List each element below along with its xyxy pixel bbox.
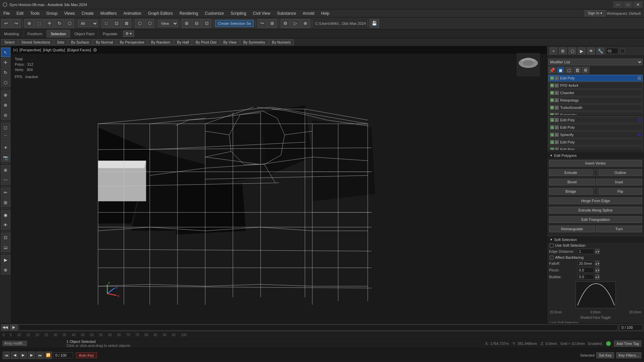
menu-rendering[interactable]: Rendering	[176, 9, 201, 17]
set-key-btn[interactable]: Set Key	[596, 352, 614, 358]
falloff-spinner[interactable]: ▲▼	[595, 261, 599, 266]
material-editor-button[interactable]: ⊕	[301, 19, 310, 28]
unlink-button[interactable]: ⬡	[145, 19, 154, 28]
create-selection-button[interactable]: Create Selection Se	[215, 20, 254, 27]
autokey-button[interactable]: Auto Key	[76, 352, 97, 358]
create-geo-tool[interactable]: ◻	[1, 123, 10, 132]
anim-time-display[interactable]: 0 / 100	[53, 352, 73, 358]
by-surface-btn[interactable]: By Surface	[68, 39, 92, 45]
soft-selection-title[interactable]: ▼ Soft Selection	[547, 237, 644, 243]
extrude-btn[interactable]: Extrude	[549, 169, 593, 176]
stored-selections-btn[interactable]: Stored Selections	[18, 39, 53, 45]
tl-prev-btn[interactable]: ◀◀	[1, 324, 9, 330]
helpers-tool[interactable]: ⊕	[1, 165, 10, 175]
mod-item-edit-poly-1[interactable]: 👁 ▷ Edit Poly	[548, 75, 643, 81]
mod-vis-icon-chamfer[interactable]: 👁	[550, 91, 554, 95]
turn-btn[interactable]: Turn	[596, 226, 642, 232]
tab-modeling[interactable]: Modeling	[0, 29, 23, 38]
soft-sel-graph[interactable]	[576, 282, 616, 308]
add-time-tag-btn[interactable]: Add Time Tag	[614, 341, 641, 347]
rp-create-icon[interactable]: +	[550, 48, 557, 54]
color-swatch-id[interactable]	[620, 49, 625, 53]
menu-group[interactable]: Group	[43, 9, 61, 17]
mod-expand-icon-ts[interactable]: ▷	[555, 106, 559, 110]
outline-btn[interactable]: Outline	[599, 169, 642, 176]
tab-populate[interactable]: Populate	[99, 29, 121, 38]
render-button[interactable]: ▷	[291, 19, 300, 28]
mod-expand-icon-retopo[interactable]: ▷	[555, 98, 559, 102]
mirror-button[interactable]: ⊞	[182, 19, 191, 28]
view-dropdown[interactable]: View	[158, 20, 178, 27]
mod-expand-icon-chamfer[interactable]: ▷	[555, 91, 559, 95]
timeline-bar[interactable]	[19, 324, 618, 330]
menu-file[interactable]: File	[0, 9, 13, 17]
select-btn[interactable]: Select	[1, 39, 18, 45]
menu-animation[interactable]: Animation	[120, 9, 145, 17]
time-input[interactable]: 0 / 100	[619, 324, 643, 330]
menu-tools[interactable]: Tools	[27, 9, 43, 17]
rp-display-icon[interactable]: 👁	[587, 48, 595, 54]
sub-vis-3[interactable]: ●	[550, 140, 554, 144]
rotate-button[interactable]: ↻	[55, 19, 64, 28]
create-camera-tool[interactable]: 📷	[1, 153, 10, 162]
save-button[interactable]: 💾	[370, 19, 379, 28]
rp-utils-icon[interactable]: 🔧	[597, 48, 604, 54]
rp-motion-icon[interactable]: ▶	[578, 48, 585, 54]
tab-freeform[interactable]: Freeform	[23, 29, 47, 38]
sets-btn[interactable]: Sets	[54, 39, 67, 45]
menu-edit[interactable]: Edit	[13, 9, 27, 17]
extrude-settings-icon[interactable]	[594, 169, 598, 176]
show-result-btn[interactable]: ◼	[557, 67, 564, 73]
sub-expand-sph[interactable]: ▷	[555, 133, 559, 137]
spacewarps-tool[interactable]: 〰	[1, 175, 10, 185]
redo-button[interactable]: ↪	[11, 19, 21, 28]
viewport-compass[interactable]	[517, 53, 540, 76]
rp-hierarchy-icon[interactable]: ⬡	[569, 48, 576, 54]
anim-next-key-btn[interactable]: ▶	[28, 352, 35, 359]
maximize-button[interactable]: □	[623, 1, 633, 8]
by-pivot-btn[interactable]: By Pivot Dist	[193, 39, 219, 45]
tl-play-btn[interactable]: ▶	[10, 324, 17, 330]
hide-tool[interactable]: 👁	[1, 220, 10, 230]
anim-play-btn[interactable]: ▶	[19, 352, 27, 359]
falloff-input[interactable]: 20.0mm	[577, 261, 594, 266]
sub-mod-3[interactable]: ● ▷ Edit Poly	[548, 139, 643, 145]
select-tool[interactable]: ↖	[1, 48, 10, 57]
mod-vis-icon-retopo[interactable]: 👁	[550, 98, 554, 102]
scale-button[interactable]: ⬡	[65, 19, 74, 28]
move-tool[interactable]: ✛	[1, 58, 10, 67]
rp-modify-icon[interactable]: ⚙	[559, 48, 567, 54]
delete-mod-btn[interactable]: 🗑	[574, 67, 581, 73]
viewport[interactable]: [+] [Perspective] [High Quality] [Edged …	[11, 46, 547, 323]
mod-item-ffd[interactable]: 👁 ▷ FFD 4x4x4	[548, 82, 643, 89]
undo-button[interactable]: ↩	[1, 19, 11, 28]
move-button[interactable]: ✛	[45, 19, 54, 28]
menu-views[interactable]: Views	[61, 9, 78, 17]
create-shape-tool[interactable]: ⌒	[1, 133, 10, 142]
sub-expand-2[interactable]: ▷	[555, 125, 559, 129]
anim-tool-2[interactable]: ⊕	[1, 265, 10, 275]
inset-btn[interactable]: Inset	[596, 179, 642, 185]
by-normal-btn[interactable]: By Normal	[93, 39, 116, 45]
sub-mod-spherify[interactable]: ● ▷ Spherify	[548, 131, 643, 138]
edge-dist-input[interactable]: 1	[577, 249, 594, 254]
by-view-btn[interactable]: By View	[220, 39, 240, 45]
render-setup-button[interactable]: ⚙	[281, 19, 290, 28]
mod-item-turbosmooth[interactable]: 👁 ▷ TurboSmooth	[548, 104, 643, 111]
use-soft-sel-checkbox[interactable]	[550, 244, 553, 247]
sub-expand-1[interactable]: ▷	[555, 118, 559, 122]
sub-mod-1[interactable]: ● ▷ Edit Poly	[548, 117, 643, 123]
menu-create[interactable]: Create	[78, 9, 97, 17]
paint-options-button[interactable]: ⚙ ▾	[123, 31, 134, 37]
tab-selection[interactable]: Selection	[47, 29, 70, 38]
mod-item-chamfer[interactable]: 👁 ▷ Chamfer	[548, 89, 643, 96]
link-tool[interactable]: ⊕	[1, 90, 10, 100]
edge-dist-spinner[interactable]: ▲▼	[595, 249, 599, 254]
sub-vis-sph[interactable]: ●	[550, 133, 554, 137]
link-button[interactable]: ⬡	[135, 19, 144, 28]
use-soft-sel-row[interactable]: Use Soft Selection	[547, 243, 644, 248]
menu-substance[interactable]: Substance	[274, 9, 300, 17]
hinge-from-edge-btn[interactable]: Hinge From Edge	[549, 197, 642, 204]
bind-tool[interactable]: ⊘	[1, 110, 10, 120]
mod-expand-icon-1[interactable]: ▷	[555, 76, 559, 80]
